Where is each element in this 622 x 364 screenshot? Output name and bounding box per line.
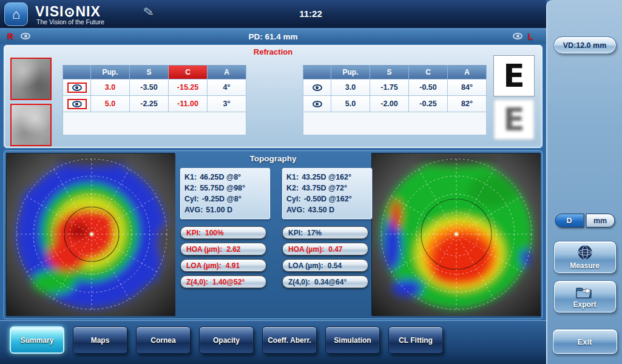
od-map-frame xyxy=(6,153,175,315)
right-sidebar: VD:12.0 mm D mm Measure Export Exit xyxy=(546,0,622,364)
topography-panel: Topography xyxy=(4,150,543,319)
cyl-row: Cyl:-0.50D @162° xyxy=(286,194,368,204)
eye-select-box[interactable] xyxy=(67,99,87,109)
eye-column-header xyxy=(63,66,91,79)
cylinder-value: -0.25 xyxy=(409,96,448,112)
z40-indicator: Z(4,0):0.34@64° xyxy=(282,275,368,288)
unit-toggle-diopter[interactable]: D xyxy=(555,214,584,228)
tab-cornea[interactable]: Cornea xyxy=(136,326,191,354)
empty-row xyxy=(63,112,246,135)
eye-icon[interactable] xyxy=(313,101,322,107)
tab-cl-fitting[interactable]: CL Fitting xyxy=(388,326,443,354)
sphere-value: -1.75 xyxy=(370,79,409,96)
kpi-indicator: KPI:17% xyxy=(282,226,368,239)
unit-toggle: D mm xyxy=(555,214,615,228)
pup-column-header: Pup. xyxy=(91,66,130,79)
od-keratometry-box: K1:46.25D @8° K2:55.75D @98° Cyl:-9.25D … xyxy=(180,168,270,219)
z40-indicator: Z(4,0):1.40@52° xyxy=(180,275,266,288)
table-row: 5.0 -2.25 -11.00 3° xyxy=(63,96,246,112)
eye-column-header xyxy=(303,66,331,79)
table-row: 5.0 -2.00 -0.25 82° xyxy=(303,96,487,112)
topography-title: Topography xyxy=(250,154,297,163)
axis-value: 4° xyxy=(208,79,246,96)
logo-eye-icon xyxy=(65,8,74,17)
export-button[interactable]: Export xyxy=(554,281,616,312)
refraction-panel: Refraction Pup. S C A 3.0 xyxy=(4,45,543,148)
optotype-sharp: E xyxy=(493,55,535,96)
od-retro-thumbnail[interactable] xyxy=(10,58,52,100)
avg-row: AVG:51.00 D xyxy=(184,204,266,215)
avg-row: AVG:43.50 D xyxy=(286,204,368,215)
left-eye-icon xyxy=(513,33,522,39)
left-eye-label: L xyxy=(528,32,533,41)
od-refraction-table: Pup. S C A 3.0 -3.50 -15.25 4° xyxy=(63,65,246,135)
pupil-value: 5.0 xyxy=(331,96,370,112)
export-label: Export xyxy=(573,300,596,309)
cylinder-value: -0.50 xyxy=(409,79,448,96)
tab-simulation[interactable]: Simulation xyxy=(325,326,380,354)
vd-button[interactable]: VD:12.0 mm xyxy=(554,37,616,53)
axis-column-header: A xyxy=(208,66,246,79)
os-map-frame xyxy=(371,153,540,315)
pup-column-header: Pup. xyxy=(331,66,370,79)
right-eye-label: R xyxy=(7,32,13,41)
eye-select-cell xyxy=(63,79,91,96)
stylus-icon: ✎ xyxy=(142,4,155,20)
measure-icon xyxy=(577,244,593,260)
k1-row: K1:43.25D @162° xyxy=(286,172,368,183)
tab-maps[interactable]: Maps xyxy=(73,326,127,354)
optotype-blurred: E xyxy=(493,99,535,140)
measure-label: Measure xyxy=(570,261,600,270)
visionix-logo: VISI NIX xyxy=(35,4,101,20)
hoa-indicator: HOA (µm):0.47 xyxy=(282,243,368,255)
os-keratometry-box: K1:43.25D @162° K2:43.75D @72° Cyl:-0.50… xyxy=(282,168,372,219)
sphere-value: -3.50 xyxy=(130,79,169,96)
cylinder-column-header: C xyxy=(169,66,208,79)
tab-summary[interactable]: Summary xyxy=(10,326,64,354)
kpi-indicator: KPI:100% xyxy=(180,226,266,239)
sphere-column-header: S xyxy=(130,66,169,79)
eye-icon xyxy=(72,101,82,107)
table-row: 3.0 -1.75 -0.50 84° xyxy=(303,79,487,96)
pupil-value: 3.0 xyxy=(331,79,370,96)
tab-coeff-aberr[interactable]: Coeff. Aberr. xyxy=(262,326,317,354)
axis-value: 84° xyxy=(448,79,487,96)
pd-bar: R PD: 61.4 mm L xyxy=(0,29,546,44)
unit-toggle-mm[interactable]: mm xyxy=(586,214,615,228)
pupil-value: 3.0 xyxy=(91,79,130,96)
eye-icon xyxy=(72,84,82,91)
loa-indicator: LOA (µm):0.54 xyxy=(282,259,368,272)
clock-time: 11:22 xyxy=(299,8,322,19)
logo-text-part1: VISI xyxy=(35,4,64,20)
od-topography-map xyxy=(7,153,175,316)
od-table-header-row: Pup. S C A xyxy=(63,66,246,79)
right-eye-icon xyxy=(21,33,30,39)
table-row: 3.0 -3.50 -15.25 4° xyxy=(63,79,246,96)
od-retro-thumbnail-2[interactable] xyxy=(10,104,52,146)
cylinder-value: -15.25 xyxy=(169,79,208,96)
export-folder-icon xyxy=(575,285,595,299)
header-bar: ⌂ VISI NIX The Vision of the Future ✎ 11… xyxy=(0,0,546,29)
eye-icon[interactable] xyxy=(313,84,322,91)
cyl-row: Cyl:-9.25D @8° xyxy=(184,194,266,204)
hoa-indicator: HOA (µm):2.62 xyxy=(180,243,266,255)
axis-column-header: A xyxy=(448,66,487,79)
pupil-value: 5.0 xyxy=(91,96,130,112)
os-metrics: KPI:17% HOA (µm):0.47 LOA (µm):0.54 Z(4,… xyxy=(282,226,368,288)
eye-select-cell xyxy=(303,79,331,96)
pd-value: PD: 61.4 mm xyxy=(248,32,297,41)
visual-acuity-simulation: E E xyxy=(493,55,535,140)
empty-row xyxy=(303,112,487,135)
axis-value: 82° xyxy=(448,96,487,112)
exit-button[interactable]: Exit xyxy=(553,329,617,354)
tab-opacity[interactable]: Opacity xyxy=(199,326,254,354)
os-refraction-table: Pup. S C A 3.0 -1.75 -0.50 84° xyxy=(303,65,487,135)
os-table-header-row: Pup. S C A xyxy=(303,66,487,79)
home-button[interactable]: ⌂ xyxy=(4,2,28,26)
sphere-column-header: S xyxy=(370,66,409,79)
eye-select-cell xyxy=(63,96,91,112)
measure-button[interactable]: Measure xyxy=(554,241,616,273)
eye-select-box[interactable] xyxy=(67,83,87,93)
cylinder-column-header: C xyxy=(409,66,448,79)
main-area: ⌂ VISI NIX The Vision of the Future ✎ 11… xyxy=(0,0,546,364)
